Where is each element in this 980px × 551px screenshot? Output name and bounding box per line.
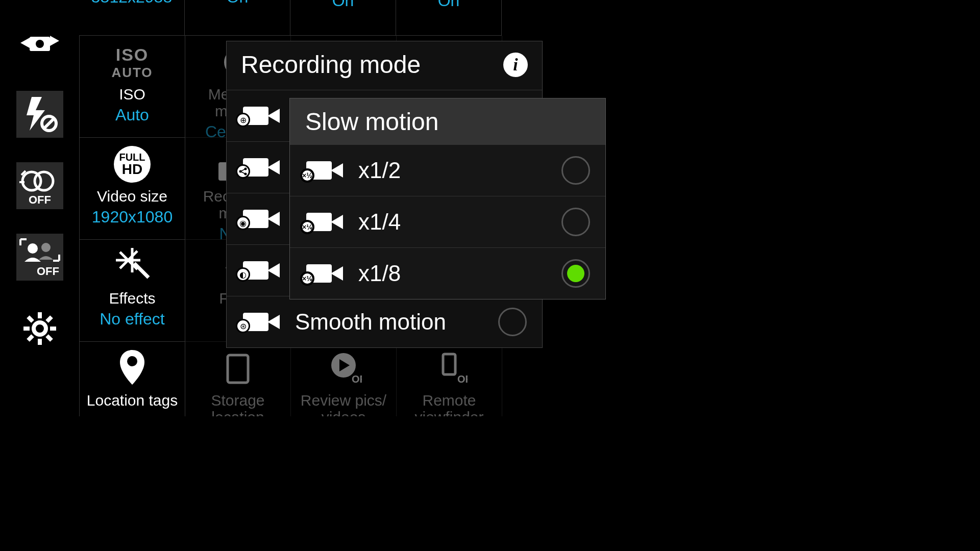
svg-text:OFF: OFF	[352, 373, 362, 385]
review-icon: OFF	[291, 342, 396, 387]
video-size-label: Video size	[80, 188, 185, 205]
stabilisation-setting[interactable]: stabilisation On	[290, 0, 396, 36]
location-tags-setting[interactable]: Location tags	[80, 342, 185, 416]
slow-motion-option-half[interactable]: ×½ x1/2	[290, 145, 605, 196]
svg-point-1	[36, 40, 44, 48]
settings-button[interactable]	[16, 305, 63, 352]
review-pics-setting[interactable]: OFF Review pics/ videos	[291, 342, 397, 416]
svg-line-20	[28, 317, 33, 321]
switch-camera-button[interactable]	[16, 19, 63, 66]
slow-motion-submenu: Slow motion ×½ x1/2 ×¼ x1/4 ×⅛ x1/8	[289, 98, 606, 299]
svg-text:OFF: OFF	[37, 265, 59, 278]
svg-line-33	[134, 263, 149, 278]
iso-auto-icon: ISO AUTO	[80, 36, 185, 81]
svg-line-23	[47, 317, 52, 321]
radio-unselected[interactable]	[561, 156, 590, 185]
svg-point-13	[41, 243, 51, 252]
storage-label: Storage location	[185, 392, 290, 416]
review-label: Review pics/ videos	[291, 392, 396, 416]
gear-icon	[21, 310, 58, 347]
iso-setting[interactable]: ISO AUTO ISO Auto	[80, 36, 185, 138]
option-label: x1/2	[358, 158, 549, 183]
option-label: x1/8	[358, 261, 549, 286]
picture-size-value: 5312x2988	[79, 0, 184, 7]
svg-text:OFF: OFF	[457, 373, 468, 385]
detection-value: On	[396, 0, 501, 10]
camcorder-eighth-icon: ×⅛	[305, 262, 346, 285]
slow-motion-title: Slow motion	[290, 98, 605, 145]
camcorder-share-icon	[242, 156, 283, 179]
recording-mode-option-smooth-motion[interactable]: ⊛ Smooth motion	[227, 296, 542, 347]
picture-size-setting[interactable]: 5312x2988	[79, 0, 185, 36]
camera-quick-settings-sidebar: OFF OFF	[16, 19, 65, 377]
svg-point-37	[127, 356, 137, 366]
stabilisation-value: On	[290, 0, 396, 10]
camcorder-fast-icon: ◐	[242, 259, 283, 282]
remote-label: Remote viewfinder	[397, 392, 502, 416]
svg-rect-42	[443, 354, 455, 374]
camcorder-quarter-icon: ×¼	[305, 211, 346, 233]
svg-line-48	[240, 171, 246, 174]
camcorder-sound-icon: ◉	[242, 208, 283, 230]
slow-motion-option-quarter[interactable]: ×¼ x1/4	[290, 196, 605, 248]
hdr-off-icon: OFF	[17, 165, 62, 207]
video-size-value: 980x551	[80, 208, 185, 227]
location-tags-label: Location tags	[80, 392, 185, 409]
iso-value: Auto	[80, 106, 185, 124]
flash-toggle-button[interactable]	[16, 91, 63, 138]
camcorder-half-icon: ×½	[305, 159, 346, 182]
svg-line-6	[44, 118, 54, 129]
face-detection-toggle-button[interactable]: OFF	[16, 234, 63, 281]
radio-selected[interactable]	[561, 259, 590, 288]
top-col2-value: On	[185, 0, 290, 7]
face-detection-off-icon: OFF	[17, 236, 62, 278]
settings-top-row: 5312x2988 On stabilisation On detection …	[79, 0, 502, 36]
camcorder-smooth-icon: ⊛	[242, 311, 283, 333]
hdr-toggle-button[interactable]: OFF	[16, 162, 63, 209]
storage-location-setting[interactable]: Storage location	[185, 342, 291, 416]
svg-line-47	[240, 169, 246, 171]
top-col2-setting[interactable]: On	[185, 0, 290, 36]
radio-unselected[interactable]	[561, 208, 590, 236]
recording-mode-title: Recording mode	[241, 51, 421, 79]
svg-line-22	[28, 336, 33, 340]
info-icon: i	[513, 55, 518, 74]
remote-viewfinder-setting[interactable]: OFF Remote viewfinder	[397, 342, 502, 416]
slow-motion-option-eighth[interactable]: ×⅛ x1/8	[290, 248, 605, 299]
flash-off-icon	[20, 95, 59, 134]
camcorder-speed-icon: ⊕	[242, 105, 283, 127]
storage-icon	[185, 342, 290, 387]
iso-label: ISO	[80, 86, 185, 103]
radio-unselected[interactable]	[498, 308, 527, 336]
location-pin-icon	[80, 342, 185, 387]
svg-marker-2	[20, 38, 30, 48]
recording-mode-dialog-header: Recording mode i	[227, 41, 542, 90]
svg-rect-38	[228, 355, 248, 383]
svg-point-8	[35, 172, 53, 190]
effects-setting[interactable]: Effects No effect	[80, 240, 185, 342]
option-label: Smooth motion	[295, 309, 486, 335]
svg-text:OFF: OFF	[29, 193, 51, 206]
effects-value: No effect	[80, 310, 185, 329]
video-size-setting[interactable]: FULLHD Video size 980x551	[80, 138, 185, 240]
svg-line-21	[47, 336, 52, 340]
svg-point-15	[34, 322, 46, 335]
remote-icon: OFF	[397, 342, 502, 387]
svg-point-12	[28, 243, 38, 254]
full-hd-icon: FULLHD	[80, 138, 185, 183]
detection-setting[interactable]: detection On	[396, 0, 502, 36]
effects-label: Effects	[80, 290, 185, 307]
option-label: x1/4	[358, 209, 549, 235]
switch-camera-icon	[19, 26, 60, 60]
effects-icon	[80, 240, 185, 285]
info-button[interactable]: i	[503, 53, 528, 77]
svg-marker-3	[50, 36, 59, 46]
